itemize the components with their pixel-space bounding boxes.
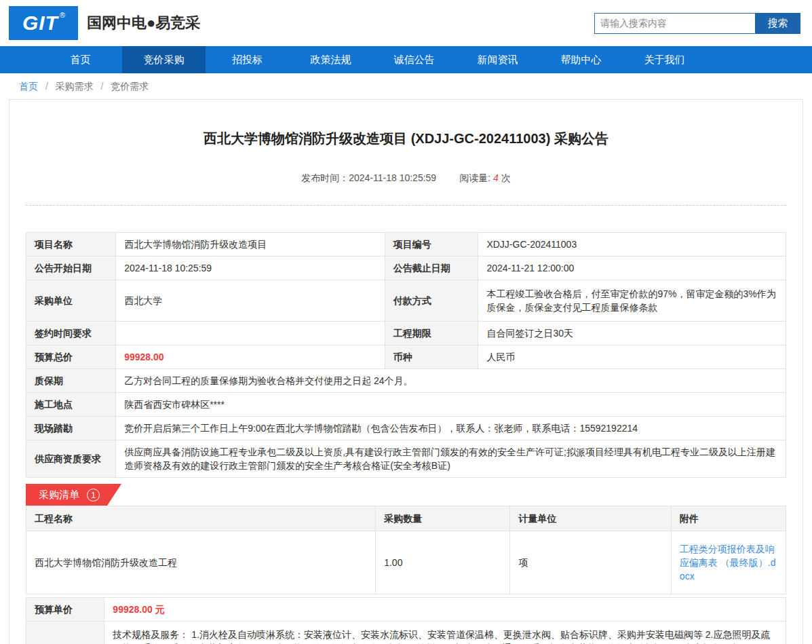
search-button[interactable]: 搜索	[755, 13, 800, 34]
table-row: 供应商资质要求 供应商应具备消防设施工程专业承包二级及以上资质,具有建设行政主管…	[26, 440, 786, 478]
table-row: 施工地点 陕西省西安市碑林区****	[26, 393, 786, 417]
field-value	[116, 322, 385, 345]
breadcrumb-purchase-demand[interactable]: 采购需求	[56, 81, 94, 92]
field-value: 西北大学	[116, 280, 385, 322]
field-label: 现场踏勘	[26, 417, 116, 440]
logo-text: GIT	[22, 12, 58, 35]
unit-cell: 项	[510, 531, 671, 594]
table-header-row: 工程名称 采购数量 计量单位 附件	[26, 506, 786, 531]
budget-total-price: 99928.00	[116, 345, 385, 369]
field-value: 本工程竣工验收合格后，付至审定价款的97%，留审定金额的3%作为质保金，质保金支…	[478, 280, 786, 322]
field-label: 工程内容	[26, 622, 104, 644]
publish-time-value: 2024-11-18 10:25:59	[349, 172, 436, 183]
budget-content-table: 预算单价 99928.00 元 工程内容 技术规格及服务： 1.消火栓及自动喷淋…	[26, 597, 786, 644]
field-label: 工程期限	[385, 322, 478, 345]
field-label: 公告截止日期	[385, 257, 478, 280]
table-row: 工程内容 技术规格及服务： 1.消火栓及自动喷淋系统：安装液位计、安装水流标识、…	[26, 622, 786, 644]
breadcrumb-separator: /	[101, 81, 104, 92]
field-value: 供应商应具备消防设施工程专业承包二级及以上资质,具有建设行政主管部门颁发的有效的…	[116, 440, 786, 478]
count-badge-icon: 1	[87, 489, 100, 501]
announcement-meta: 发布时间：2024-11-18 10:25:59阅读量:4次	[26, 172, 786, 185]
field-label: 采购单位	[26, 280, 116, 322]
column-header-name: 工程名称	[26, 506, 376, 531]
table-row: 预算单价 99928.00 元	[26, 598, 786, 622]
search-area: 搜索	[594, 13, 800, 34]
field-value: 竞价开启后第三个工作日上午9:00在西北大学博物馆踏勘（包含公告发布日），联系人…	[116, 417, 786, 440]
field-value: 2024-11-18 10:25:59	[116, 257, 385, 280]
purchase-list-badge-label: 采购清单	[39, 489, 79, 501]
project-info-table: 项目名称 西北大学博物馆消防升级改造项目 项目编号 XDJJ-GC-202411…	[26, 232, 786, 478]
table-row: 西北大学博物馆消防升级改造工程 1.00 项 工程类分项报价表及响应偏离表 （最…	[26, 531, 786, 594]
field-label: 币种	[385, 345, 478, 369]
column-header-unit: 计量单位	[510, 506, 671, 531]
nav-item-policy[interactable]: 政策法规	[289, 46, 372, 73]
views-label: 阅读量:	[459, 172, 490, 183]
project-name-cell: 西北大学博物馆消防升级改造工程	[26, 531, 376, 594]
quantity-cell: 1.00	[376, 531, 510, 594]
table-row: 采购单位 西北大学 付款方式 本工程竣工验收合格后，付至审定价款的97%，留审定…	[26, 280, 786, 322]
field-label: 供应商资质要求	[26, 440, 116, 478]
project-content-text: 技术规格及服务： 1.消火栓及自动喷淋系统：安装液位计、安装水流标识、安装管道保…	[104, 622, 786, 644]
views-count: 4	[493, 172, 499, 183]
field-label: 施工地点	[26, 393, 116, 417]
field-label: 签约时间要求	[26, 322, 116, 345]
table-row: 预算总价 99928.00 币种 人民币	[26, 345, 786, 369]
purchase-list-table: 工程名称 采购数量 计量单位 附件 西北大学博物馆消防升级改造工程 1.00 项…	[26, 506, 786, 594]
field-label: 预算总价	[26, 345, 116, 369]
table-row: 公告开始日期 2024-11-18 10:25:59 公告截止日期 2024-1…	[26, 257, 786, 280]
field-value: 人民币	[478, 345, 786, 369]
purchase-list-badge: 采购清单 1	[26, 484, 121, 506]
search-input[interactable]	[594, 13, 755, 34]
site-title: 国网中电●易竞采	[87, 13, 200, 33]
breadcrumb-bidding-demand[interactable]: 竞价需求	[111, 81, 149, 92]
views-unit: 次	[501, 172, 511, 183]
field-value: 陕西省西安市碑林区****	[116, 393, 786, 417]
table-row: 项目名称 西北大学博物馆消防升级改造项目 项目编号 XDJJ-GC-202411…	[26, 233, 786, 257]
field-value: XDJJ-GC-202411003	[478, 233, 786, 257]
breadcrumb: 首页 / 采购需求 / 竞价需求	[0, 73, 812, 99]
field-label: 付款方式	[385, 280, 478, 322]
breadcrumb-separator: /	[45, 81, 48, 92]
field-label: 质保期	[26, 369, 116, 393]
column-header-attachment: 附件	[671, 506, 786, 531]
field-value: 2024-11-21 12:00:00	[478, 257, 786, 280]
page-title: 西北大学博物馆消防升级改造项目 (XDJJ-GC-202411003) 采购公告	[26, 100, 786, 148]
nav-item-about-us[interactable]: 关于我们	[623, 46, 706, 73]
registered-trademark-icon: ®	[60, 11, 66, 19]
dashed-divider	[26, 205, 786, 206]
table-row: 现场踏勘 竞价开启后第三个工作日上午9:00在西北大学博物馆踏勘（包含公告发布日…	[26, 417, 786, 440]
site-logo[interactable]: GIT®	[9, 6, 78, 40]
field-label: 公告开始日期	[26, 257, 116, 280]
nav-item-tender[interactable]: 招投标	[206, 46, 289, 73]
publish-time-label: 发布时间：	[301, 172, 349, 183]
attachment-link[interactable]: 工程类分项报价表及响应偏离表 （最终版）.docx	[680, 544, 776, 582]
field-value: 乙方对合同工程的质量保修期为验收合格并交付使用之日起 24个月。	[116, 369, 786, 393]
table-row: 签约时间要求 工程期限 自合同签订之日30天	[26, 322, 786, 345]
field-label: 预算单价	[26, 598, 104, 622]
field-label: 项目编号	[385, 233, 478, 257]
nav-item-integrity-notice[interactable]: 诚信公告	[372, 46, 456, 73]
budget-unit-price: 99928.00 元	[104, 598, 786, 622]
column-header-quantity: 采购数量	[376, 506, 510, 531]
announcement-card: 西北大学博物馆消防升级改造项目 (XDJJ-GC-202411003) 采购公告…	[9, 99, 803, 644]
nav-item-home[interactable]: 首页	[39, 46, 122, 73]
breadcrumb-home[interactable]: 首页	[19, 81, 38, 92]
nav-item-bidding-purchase[interactable]: 竞价采购	[122, 46, 206, 73]
nav-item-help-center[interactable]: 帮助中心	[539, 46, 623, 73]
top-header: GIT® 国网中电●易竞采 搜索	[0, 0, 812, 46]
main-nav: 首页 竞价采购 招投标 政策法规 诚信公告 新闻资讯 帮助中心 关于我们	[0, 46, 812, 73]
table-row: 质保期 乙方对合同工程的质量保修期为验收合格并交付使用之日起 24个月。	[26, 369, 786, 393]
nav-item-news[interactable]: 新闻资讯	[456, 46, 539, 73]
field-value: 西北大学博物馆消防升级改造项目	[116, 233, 385, 257]
field-label: 项目名称	[26, 233, 116, 257]
field-value: 自合同签订之日30天	[478, 322, 786, 345]
